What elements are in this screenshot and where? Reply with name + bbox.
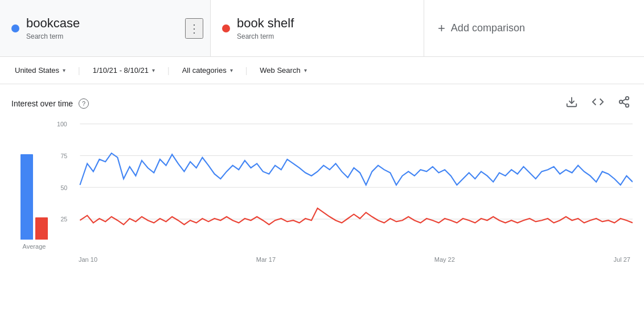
category-label: All categories — [182, 66, 227, 75]
separator-2: | — [167, 66, 170, 75]
svg-text:100: 100 — [57, 121, 67, 127]
term-info-bookcase: bookcase Search term — [26, 16, 199, 40]
svg-line-5 — [622, 99, 626, 101]
avg-bar-blue — [20, 154, 33, 240]
location-filter[interactable]: United States ▾ — [9, 63, 71, 78]
x-label-jul: Jul 27 — [614, 256, 630, 263]
term-dot-bookcase — [11, 24, 19, 32]
avg-bar-area: Average — [11, 118, 57, 266]
x-label-mar: Mar 17 — [256, 256, 276, 263]
top-bar: bookcase Search term ⋮ book shelf Search… — [0, 0, 644, 57]
chart-container: Average 100 75 50 25 Jan 10 — [11, 118, 633, 266]
x-axis-labels: Jan 10 Mar 17 May 22 Jul 27 — [57, 254, 633, 263]
category-filter[interactable]: All categories ▾ — [177, 63, 239, 78]
avg-bar-red — [35, 217, 48, 240]
category-chevron-icon: ▾ — [230, 67, 233, 73]
chart-title-area: Interest over time ? — [11, 98, 89, 109]
chart-section: Interest over time ? — [0, 84, 644, 266]
svg-text:25: 25 — [60, 216, 67, 223]
chart-actions — [563, 93, 633, 113]
svg-text:75: 75 — [60, 153, 67, 159]
embed-button[interactable] — [589, 93, 606, 113]
filters-bar: United States ▾ | 1/10/21 - 8/10/21 ▾ | … — [0, 57, 644, 84]
term-type-bookcase: Search term — [26, 32, 199, 40]
add-comparison-label: Add comparison — [451, 22, 525, 34]
term-name-bookshelf: book shelf — [237, 16, 412, 31]
plus-icon: + — [438, 21, 445, 36]
svg-point-1 — [626, 97, 629, 100]
line-chart-area: 100 75 50 25 Jan 10 Mar 17 May 22 Jul 27 — [57, 118, 633, 266]
search-type-filter[interactable]: Web Search ▾ — [254, 63, 312, 78]
date-filter[interactable]: 1/10/21 - 8/10/21 ▾ — [87, 63, 161, 78]
red-line — [80, 208, 633, 225]
separator-1: | — [78, 66, 80, 75]
help-icon[interactable]: ? — [79, 98, 89, 109]
term-type-bookshelf: Search term — [237, 32, 412, 40]
term-dot-bookshelf — [222, 24, 230, 32]
svg-point-3 — [626, 104, 629, 108]
chart-title: Interest over time — [11, 99, 73, 108]
term-card-bookshelf: book shelf Search term — [211, 0, 424, 56]
blue-line — [80, 153, 633, 185]
separator-3: | — [245, 66, 248, 75]
term-menu-bookcase[interactable]: ⋮ — [185, 18, 203, 39]
x-label-may: May 22 — [434, 256, 455, 263]
term-info-bookshelf: book shelf Search term — [237, 16, 412, 40]
term-card-bookcase: bookcase Search term ⋮ — [0, 0, 211, 56]
avg-label: Average — [23, 243, 46, 250]
avg-bars — [20, 118, 48, 240]
location-label: United States — [15, 66, 59, 75]
svg-text:50: 50 — [60, 184, 67, 191]
add-comparison-button[interactable]: + Add comparison — [424, 0, 644, 56]
term-name-bookcase: bookcase — [26, 16, 199, 31]
chart-header: Interest over time ? — [11, 93, 633, 113]
line-chart-svg: 100 75 50 25 — [57, 118, 633, 252]
share-button[interactable] — [616, 93, 633, 113]
date-chevron-icon: ▾ — [152, 67, 155, 73]
date-label: 1/10/21 - 8/10/21 — [93, 66, 149, 75]
download-button[interactable] — [563, 93, 580, 113]
search-type-chevron-icon: ▾ — [304, 67, 307, 73]
x-label-jan: Jan 10 — [79, 256, 97, 263]
location-chevron-icon: ▾ — [63, 67, 65, 73]
svg-line-4 — [622, 102, 626, 105]
svg-point-2 — [620, 100, 623, 104]
search-type-label: Web Search — [260, 66, 300, 75]
